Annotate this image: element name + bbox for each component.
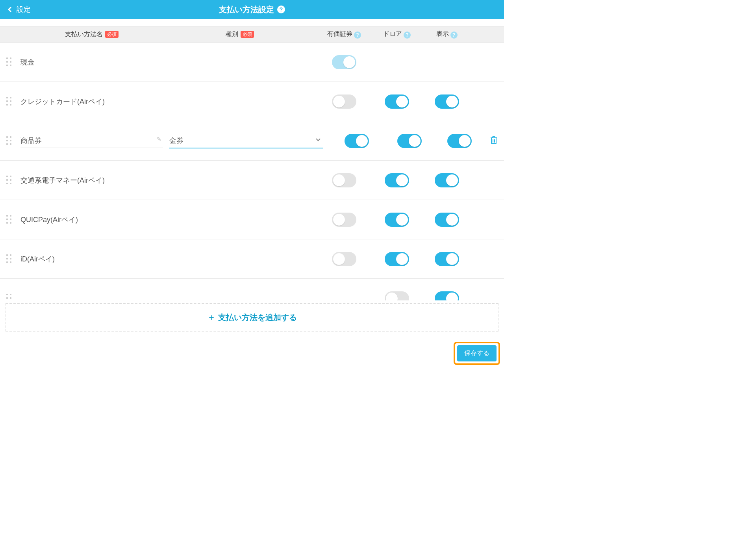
- col-drawer: ドロア?: [372, 30, 422, 39]
- help-icon[interactable]: ?: [450, 31, 458, 39]
- payment-name: 現金: [20, 57, 163, 67]
- securities-toggle[interactable]: [332, 252, 356, 266]
- drawer-toggle[interactable]: [385, 291, 409, 301]
- payment-row: QUICPay(Airペイ): [0, 200, 504, 239]
- trash-icon[interactable]: [490, 136, 498, 146]
- drag-handle-icon[interactable]: [6, 97, 20, 106]
- drawer-toggle[interactable]: [397, 134, 422, 148]
- chevron-down-icon: [316, 137, 320, 141]
- payment-row: 現金: [0, 43, 504, 82]
- col-display: 表示?: [422, 30, 471, 39]
- col-name: 支払い方法名必須: [6, 30, 163, 39]
- chevron-left-icon: [8, 7, 13, 12]
- payment-name-input[interactable]: 商品券✎: [20, 133, 163, 148]
- required-badge: 必須: [241, 31, 254, 38]
- help-icon[interactable]: ?: [404, 31, 411, 39]
- payment-name: 交通系電子マネー(Airペイ): [20, 176, 163, 185]
- add-payment-button[interactable]: ＋ 支払い方法を追加する: [6, 303, 498, 332]
- display-toggle[interactable]: [435, 252, 459, 266]
- drawer-toggle[interactable]: [385, 173, 409, 187]
- drawer-toggle[interactable]: [385, 252, 409, 266]
- col-type: 種別必須: [163, 30, 317, 39]
- required-badge: 必須: [105, 31, 119, 38]
- payment-row: 交通系電子マネー(Airペイ): [0, 161, 504, 200]
- display-toggle[interactable]: [435, 291, 459, 301]
- securities-toggle[interactable]: [332, 55, 356, 69]
- rows-container: 現金 クレジットカード(Airペイ) 商品券✎ 金券: [0, 43, 504, 300]
- payment-name: iD(Airペイ): [20, 254, 163, 264]
- help-icon[interactable]: ?: [277, 6, 285, 13]
- payment-type-select[interactable]: 金券: [169, 133, 323, 148]
- help-icon[interactable]: ?: [354, 31, 361, 39]
- col-securities: 有価証券?: [317, 30, 372, 39]
- display-toggle[interactable]: [435, 94, 459, 109]
- drag-handle-icon[interactable]: [6, 215, 20, 224]
- payment-row: [0, 279, 504, 300]
- pencil-icon: ✎: [157, 136, 161, 142]
- plus-icon: ＋: [207, 311, 216, 323]
- header-bar: 設定 支払い方法設定 ?: [0, 0, 504, 19]
- drag-handle-icon[interactable]: [6, 294, 20, 300]
- securities-toggle[interactable]: [332, 173, 356, 187]
- display-toggle[interactable]: [435, 173, 459, 187]
- payment-name: QUICPay(Airペイ): [20, 215, 163, 224]
- securities-toggle[interactable]: [345, 134, 369, 148]
- save-button[interactable]: 保存する: [457, 345, 497, 361]
- payment-row: iD(Airペイ): [0, 239, 504, 279]
- display-toggle[interactable]: [435, 213, 459, 227]
- column-header: 支払い方法名必須 種別必須 有価証券? ドロア? 表示?: [0, 26, 504, 43]
- drag-handle-icon[interactable]: [6, 136, 20, 145]
- drag-handle-icon[interactable]: [6, 254, 20, 263]
- drawer-toggle[interactable]: [385, 94, 409, 109]
- payment-row: 商品券✎ 金券: [0, 121, 504, 161]
- drag-handle-icon[interactable]: [6, 176, 20, 185]
- save-highlight: 保存する: [454, 342, 500, 365]
- back-button[interactable]: 設定: [0, 5, 31, 14]
- drag-handle-icon[interactable]: [6, 57, 20, 67]
- page-title: 支払い方法設定 ?: [219, 4, 285, 15]
- securities-toggle[interactable]: [332, 213, 356, 227]
- securities-toggle[interactable]: [332, 94, 356, 109]
- display-toggle[interactable]: [447, 134, 472, 148]
- payment-row: クレジットカード(Airペイ): [0, 82, 504, 121]
- back-label: 設定: [17, 5, 31, 14]
- drawer-toggle[interactable]: [385, 213, 409, 227]
- payment-name: クレジットカード(Airペイ): [20, 97, 163, 106]
